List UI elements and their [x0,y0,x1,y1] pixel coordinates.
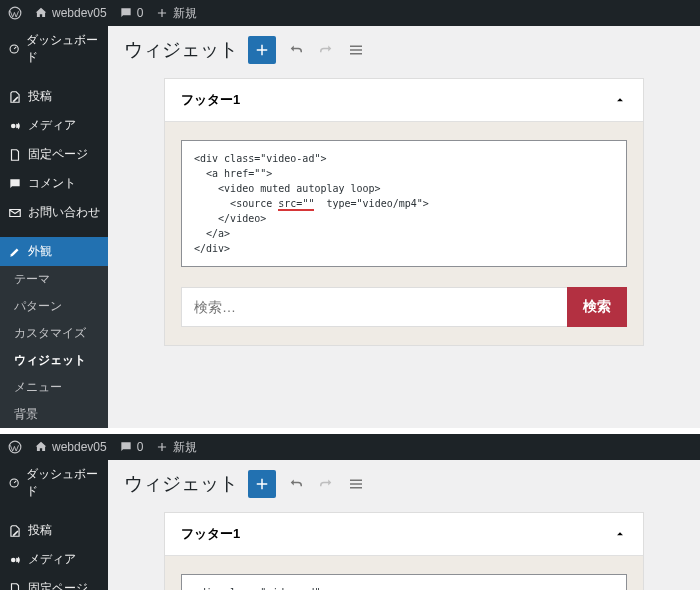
content-area: ウィジェット フッター1 <div class="video-ad"> <a h… [108,460,700,590]
comments-link[interactable]: 0 [119,440,144,454]
undo-button[interactable] [286,474,306,494]
undo-button[interactable] [286,40,306,60]
menu-comments[interactable]: コメント [0,169,108,198]
chevron-up-icon [613,93,627,107]
menu-posts[interactable]: 投稿 [0,82,108,111]
new-link[interactable]: 新規 [155,5,197,22]
submenu-patterns[interactable]: パターン [0,293,108,320]
search-widget: 検索 [181,287,627,327]
site-link[interactable]: webdev05 [34,440,107,454]
submenu-theme[interactable]: テーマ [0,266,108,293]
widget-area-footer1: フッター1 <div class="video-ad"> <a href="">… [164,512,644,590]
wp-instance-top: webdev05 0 新規 ダッシュボード 投稿 メディア 固定ページ コメント… [0,0,700,428]
custom-html-widget[interactable]: <div class="video-ad"> <a href=""> <vide… [181,574,627,590]
widget-area-header[interactable]: フッター1 [165,79,643,122]
list-view-button[interactable] [346,474,366,494]
page-title: ウィジェット [124,471,238,497]
submenu-customize[interactable]: カスタマイズ [0,320,108,347]
menu-dashboard[interactable]: ダッシュボード [0,26,108,72]
comments-link[interactable]: 0 [119,6,144,20]
wp-instance-bottom: webdev05 0 新規 ダッシュボード 投稿 メディア 固定ページ コメント… [0,434,700,590]
submenu-menus[interactable]: メニュー [0,374,108,401]
menu-posts[interactable]: 投稿 [0,516,108,545]
submenu-background[interactable]: 背景 [0,401,108,428]
search-button[interactable]: 検索 [567,287,627,327]
admin-sidebar: ダッシュボード 投稿 メディア 固定ページ コメント お問い合わせ 外観 テーマ… [0,26,108,428]
list-view-button[interactable] [346,40,366,60]
menu-dashboard[interactable]: ダッシュボード [0,460,108,506]
submenu-widgets[interactable]: ウィジェット [0,347,108,374]
svg-point-5 [11,557,16,562]
site-link[interactable]: webdev05 [34,6,107,20]
menu-media[interactable]: メディア [0,111,108,140]
svg-point-2 [11,123,16,128]
wp-logo[interactable] [8,440,22,454]
redo-button [316,474,336,494]
chevron-up-icon [613,527,627,541]
custom-html-widget[interactable]: <div class="video-ad"> <a href=""> <vide… [181,140,627,267]
menu-appearance[interactable]: 外観 [0,237,108,266]
page-title: ウィジェット [124,37,238,63]
menu-contact[interactable]: お問い合わせ [0,198,108,227]
admin-topbar: webdev05 0 新規 [0,0,700,26]
page-header: ウィジェット [124,36,684,64]
menu-media[interactable]: メディア [0,545,108,574]
widget-area-footer1: フッター1 <div class="video-ad"> <a href="">… [164,78,644,346]
widget-area-title: フッター1 [181,525,240,543]
page-header: ウィジェット [124,470,684,498]
add-block-button[interactable] [248,36,276,64]
wp-logo[interactable] [8,6,22,20]
admin-topbar: webdev05 0 新規 [0,434,700,460]
menu-pages[interactable]: 固定ページ [0,574,108,590]
redo-button [316,40,336,60]
widget-area-header[interactable]: フッター1 [165,513,643,556]
new-link[interactable]: 新規 [155,439,197,456]
submenu-appearance: テーマ パターン カスタマイズ ウィジェット メニュー 背景 [0,266,108,428]
content-area: ウィジェット フッター1 <div class="video-ad"> <a h… [108,26,700,428]
widget-area-title: フッター1 [181,91,240,109]
menu-pages[interactable]: 固定ページ [0,140,108,169]
search-input[interactable] [181,287,567,327]
add-block-button[interactable] [248,470,276,498]
admin-sidebar: ダッシュボード 投稿 メディア 固定ページ コメント お問い合わせ 外観 テーマ… [0,460,108,590]
